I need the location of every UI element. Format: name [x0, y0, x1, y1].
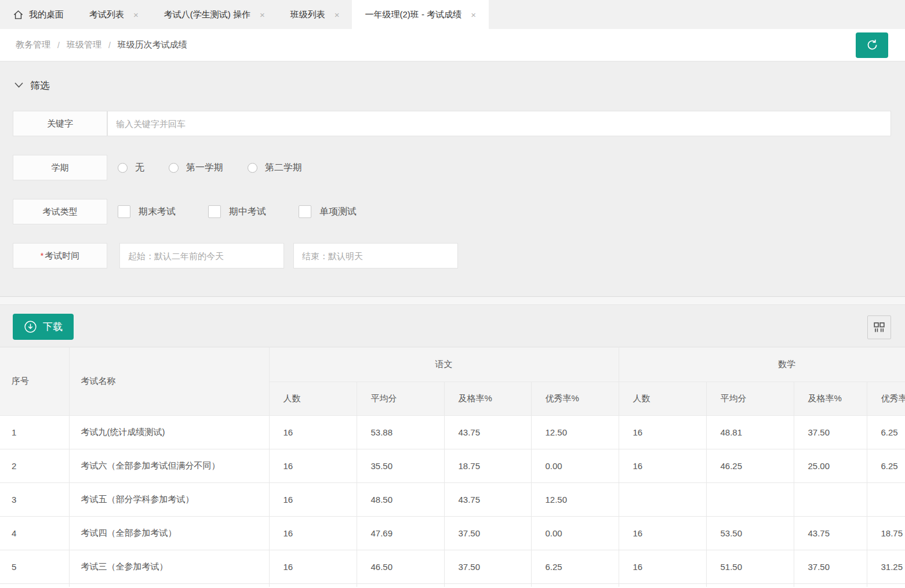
table-row[interactable]: 1 考试九(统计成绩测试) 16 53.88 43.75 12.50 16 48… — [0, 416, 905, 449]
table-row[interactable]: 3 考试五（部分学科参加考试） 16 48.50 43.75 12.50 — [0, 483, 905, 517]
column-settings-button[interactable] — [867, 315, 891, 339]
radio-label: 无 — [135, 162, 144, 174]
download-icon — [24, 320, 37, 333]
keyword-input[interactable] — [107, 111, 891, 136]
semester-row: 学期 无 第一学期 第二学期 — [13, 155, 891, 180]
cell-value — [619, 483, 706, 517]
chevron-down-icon — [14, 82, 24, 89]
cell-value: 46.50 — [357, 550, 444, 584]
cell-seq: 1 — [0, 416, 69, 449]
cell-value: 53.50 — [706, 517, 794, 550]
tab-label: 我的桌面 — [29, 9, 64, 20]
filter-collapse-header[interactable]: 筛选 — [0, 61, 905, 94]
cell-value: 6.25 — [867, 416, 905, 449]
column-grid-icon — [873, 321, 885, 333]
filter-panel: 筛选 关键字 学期 无 第一学期 第二学期 — [0, 61, 905, 297]
cell-value — [867, 483, 905, 517]
exam-time-inputs — [119, 243, 458, 268]
header-exam-name: 考试名称 — [69, 347, 269, 416]
cell-exam-name: 考试九(统计成绩测试) — [69, 416, 269, 449]
breadcrumb-item[interactable]: 班级管理 — [67, 39, 101, 50]
cell-value: 43.75 — [794, 517, 867, 550]
tab-my-desktop[interactable]: 我的桌面 — [0, 0, 77, 29]
keyword-label: 关键字 — [13, 111, 107, 136]
cell-value: 12.50 — [531, 483, 619, 517]
semester-label: 学期 — [13, 155, 107, 180]
filter-title: 筛选 — [30, 79, 50, 92]
checkbox-icon[interactable] — [299, 205, 311, 218]
cell-value: 51.50 — [706, 550, 794, 584]
cell-value: 16 — [269, 449, 357, 483]
home-icon — [13, 9, 24, 20]
cell-value: 37.50 — [444, 517, 531, 550]
radio-semester-second[interactable]: 第二学期 — [248, 162, 302, 174]
cell-value: 18.75 — [444, 449, 531, 483]
radio-semester-first[interactable]: 第一学期 — [169, 162, 223, 174]
cell-value: 16 — [269, 483, 357, 517]
cell-exam-name: 考试三（全参加考试） — [69, 550, 269, 584]
cell-value: 6.25 — [531, 550, 619, 584]
tab-class-list[interactable]: 班级列表 × — [278, 0, 352, 29]
cell-exam-name: 考试四（全部参加考试） — [69, 517, 269, 550]
table-row[interactable]: 5 考试三（全参加考试） 16 46.50 37.50 6.25 16 51.5… — [0, 550, 905, 584]
checkbox-final-exam[interactable]: 期末考试 — [118, 205, 176, 218]
cell-value: 47.69 — [357, 517, 444, 550]
breadcrumb-item[interactable]: 教务管理 — [16, 39, 50, 50]
results-table-wrap: 序号 考试名称 语文 数学 人数 平均分 及格率% 优秀率% 人数 平均分 及格… — [0, 347, 905, 587]
checkbox-midterm-exam[interactable]: 期中考试 — [208, 205, 266, 218]
header-math-pass-rate: 及格率% — [794, 382, 867, 416]
checkbox-icon[interactable] — [118, 205, 130, 218]
table-body: 1 考试九(统计成绩测试) 16 53.88 43.75 12.50 16 48… — [0, 416, 905, 587]
header-chinese-count: 人数 — [269, 382, 357, 416]
cell-value: 12.50 — [531, 416, 619, 449]
checkbox-single-test[interactable]: 单项测试 — [299, 205, 357, 218]
cell-value: 16 — [269, 416, 357, 449]
header-math-average: 平均分 — [706, 382, 794, 416]
refresh-button[interactable] — [856, 32, 888, 58]
refresh-icon — [866, 38, 879, 52]
table-row[interactable]: 2 考试六（全部参加考试但满分不同） 16 35.50 18.75 0.00 1… — [0, 449, 905, 483]
cell-value: 37.50 — [444, 550, 531, 584]
cell-value: 53.88 — [357, 416, 444, 449]
radio-semester-none[interactable]: 无 — [118, 162, 144, 174]
header-chinese-pass-rate: 及格率% — [444, 382, 531, 416]
tab-exam-list[interactable]: 考试列表 × — [77, 0, 151, 29]
radio-icon[interactable] — [169, 163, 179, 173]
radio-label: 第一学期 — [186, 162, 223, 174]
download-button[interactable]: 下载 — [13, 314, 74, 340]
table-row[interactable]: 4 考试四（全部参加考试） 16 47.69 37.50 0.00 16 53.… — [0, 517, 905, 550]
close-icon[interactable]: × — [260, 10, 265, 19]
start-date-input[interactable] — [119, 243, 284, 268]
close-icon[interactable]: × — [471, 10, 476, 19]
cell-value — [706, 483, 794, 517]
radio-label: 第二学期 — [265, 162, 302, 174]
cell-value: 43.75 — [444, 483, 531, 517]
checkbox-icon[interactable] — [208, 205, 221, 218]
exam-type-options: 期末考试 期中考试 单项测试 — [118, 205, 389, 218]
tab-bar: 我的桌面 考试列表 × 考试八(学生测试) 操作 × 班级列表 × 一年级理(2… — [0, 0, 905, 29]
cell-value: 48.50 — [357, 483, 444, 517]
cell-seq: 4 — [0, 517, 69, 550]
cell-value: 0.00 — [531, 517, 619, 550]
cell-value: 16 — [619, 517, 706, 550]
cell-value: 16 — [619, 550, 706, 584]
cell-value: 16 — [619, 449, 706, 483]
cell-value: 31.25 — [867, 550, 905, 584]
cell-value: 6.25 — [867, 449, 905, 483]
cell-value: 25.00 — [794, 449, 867, 483]
close-icon[interactable]: × — [335, 10, 340, 19]
exam-time-label-text: 考试时间 — [45, 251, 79, 262]
screen: 我的桌面 考试列表 × 考试八(学生测试) 操作 × 班级列表 × 一年级理(2… — [0, 0, 905, 588]
cell-seq: 3 — [0, 483, 69, 517]
cell-value: 46.25 — [706, 449, 794, 483]
tab-exam8-operation[interactable]: 考试八(学生测试) 操作 × — [151, 0, 278, 29]
cell-value: 37.50 — [794, 550, 867, 584]
exam-time-row: *考试时间 — [13, 243, 891, 268]
cell-value: 48.81 — [706, 416, 794, 449]
table-toolbar: 下载 — [0, 305, 905, 347]
close-icon[interactable]: × — [133, 10, 139, 19]
tab-class-exam-results[interactable]: 一年级理(2)班 - 考试成绩 × — [352, 0, 488, 29]
end-date-input[interactable] — [293, 243, 458, 268]
radio-icon[interactable] — [118, 163, 128, 173]
radio-icon[interactable] — [248, 163, 257, 173]
